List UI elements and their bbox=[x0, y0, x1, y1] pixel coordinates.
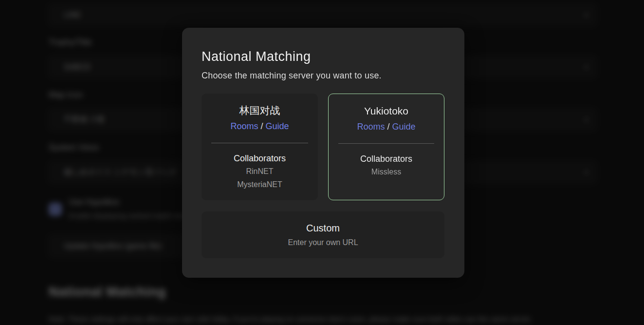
link-separator: / bbox=[260, 121, 263, 131]
custom-card-subtitle: Enter your own URL bbox=[288, 238, 358, 247]
card-divider bbox=[338, 143, 434, 144]
server-card-custom[interactable]: Custom Enter your own URL bbox=[202, 211, 444, 258]
dialog-subtitle: Choose the matching server you want to u… bbox=[202, 71, 382, 81]
rooms-link[interactable]: Rooms bbox=[230, 121, 258, 131]
collaborator-name: Missless bbox=[371, 165, 401, 178]
server-name: 林国对战 bbox=[239, 104, 280, 117]
link-separator: / bbox=[387, 122, 389, 132]
server-card-linguo[interactable]: 林国对战 Rooms / Guide Collaborators RinNET … bbox=[202, 94, 318, 200]
server-links: Rooms / Guide bbox=[357, 120, 415, 133]
server-links: Rooms / Guide bbox=[230, 120, 289, 133]
rooms-link[interactable]: Rooms bbox=[357, 122, 385, 132]
collaborator-name: RinNET bbox=[246, 165, 273, 178]
collaborator-name: MysteriaNET bbox=[237, 178, 282, 191]
custom-card-title: Custom bbox=[306, 223, 340, 234]
guide-link[interactable]: Guide bbox=[266, 121, 289, 131]
collaborators-heading: Collaborators bbox=[234, 153, 286, 165]
guide-link[interactable]: Guide bbox=[392, 122, 416, 132]
server-card-yukiotoko-selected[interactable]: Yukiotoko Rooms / Guide Collaborators Mi… bbox=[328, 94, 444, 200]
national-matching-dialog: National Matching Choose the matching se… bbox=[182, 28, 464, 278]
server-name: Yukiotoko bbox=[364, 105, 408, 117]
collaborators-heading: Collaborators bbox=[360, 153, 412, 165]
dialog-title: National Matching bbox=[202, 49, 311, 64]
card-divider bbox=[211, 143, 308, 143]
